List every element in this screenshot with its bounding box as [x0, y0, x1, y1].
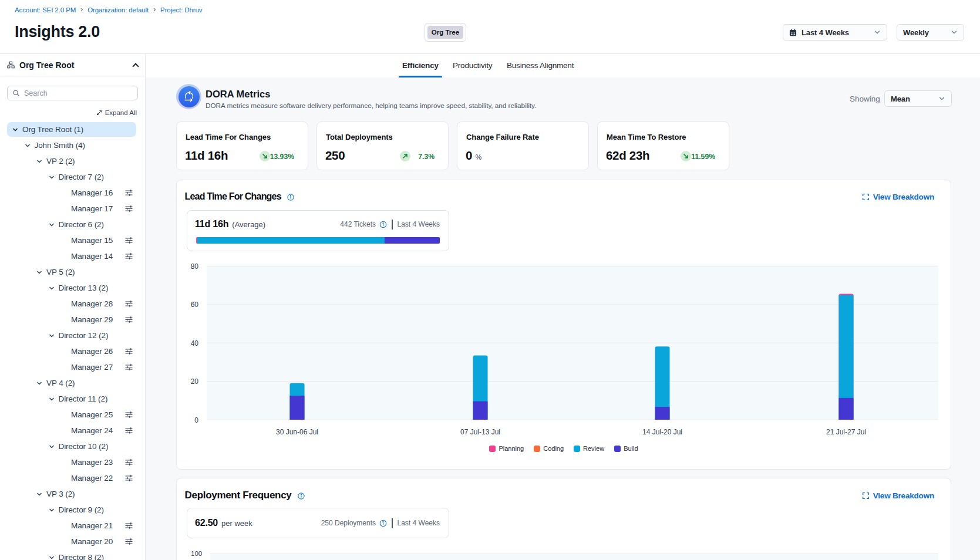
- svg-text:14 Jul-20 Jul: 14 Jul-20 Jul: [642, 428, 682, 436]
- svg-text:60: 60: [191, 301, 199, 309]
- svg-text:0: 0: [194, 416, 198, 424]
- svg-text:07 Jul-13 Jul: 07 Jul-13 Jul: [460, 428, 500, 436]
- svg-text:80: 80: [191, 263, 199, 271]
- svg-text:40: 40: [191, 339, 199, 348]
- svg-text:30 Jun-06 Jul: 30 Jun-06 Jul: [276, 428, 318, 436]
- svg-text:21 Jul-27 Jul: 21 Jul-27 Jul: [826, 428, 866, 436]
- svg-text:20: 20: [191, 377, 199, 386]
